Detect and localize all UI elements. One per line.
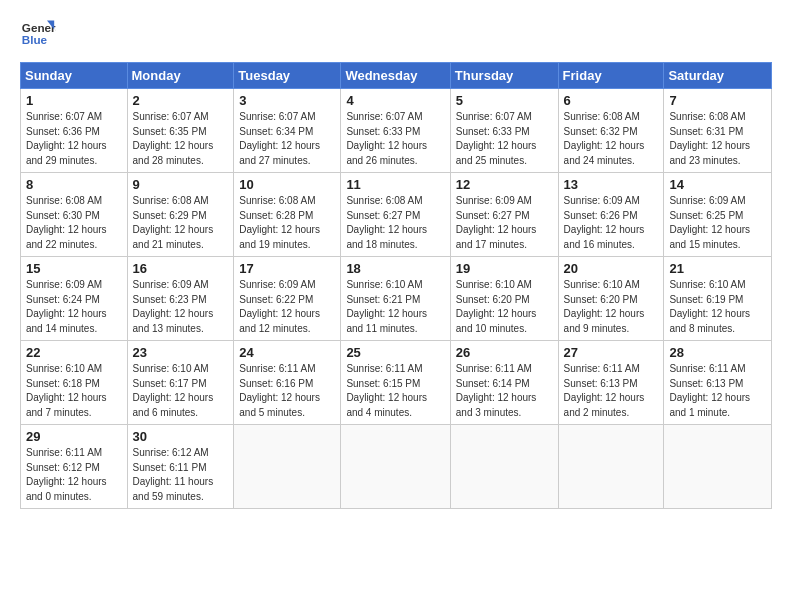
calendar-week-4: 22Sunrise: 6:10 AM Sunset: 6:18 PM Dayli… xyxy=(21,341,772,425)
calendar-cell: 27Sunrise: 6:11 AM Sunset: 6:13 PM Dayli… xyxy=(558,341,664,425)
calendar-cell: 23Sunrise: 6:10 AM Sunset: 6:17 PM Dayli… xyxy=(127,341,234,425)
day-number: 11 xyxy=(346,177,444,192)
calendar-cell: 12Sunrise: 6:09 AM Sunset: 6:27 PM Dayli… xyxy=(450,173,558,257)
day-number: 12 xyxy=(456,177,553,192)
day-number: 13 xyxy=(564,177,659,192)
calendar-cell: 13Sunrise: 6:09 AM Sunset: 6:26 PM Dayli… xyxy=(558,173,664,257)
day-number: 22 xyxy=(26,345,122,360)
day-number: 5 xyxy=(456,93,553,108)
day-info: Sunrise: 6:07 AM Sunset: 6:34 PM Dayligh… xyxy=(239,110,335,168)
calendar-cell: 21Sunrise: 6:10 AM Sunset: 6:19 PM Dayli… xyxy=(664,257,772,341)
day-info: Sunrise: 6:08 AM Sunset: 6:31 PM Dayligh… xyxy=(669,110,766,168)
calendar-cell: 9Sunrise: 6:08 AM Sunset: 6:29 PM Daylig… xyxy=(127,173,234,257)
day-info: Sunrise: 6:09 AM Sunset: 6:22 PM Dayligh… xyxy=(239,278,335,336)
day-info: Sunrise: 6:09 AM Sunset: 6:24 PM Dayligh… xyxy=(26,278,122,336)
day-number: 2 xyxy=(133,93,229,108)
calendar-cell xyxy=(341,425,450,509)
calendar-cell xyxy=(664,425,772,509)
day-info: Sunrise: 6:11 AM Sunset: 6:12 PM Dayligh… xyxy=(26,446,122,504)
day-info: Sunrise: 6:08 AM Sunset: 6:29 PM Dayligh… xyxy=(133,194,229,252)
day-info: Sunrise: 6:08 AM Sunset: 6:27 PM Dayligh… xyxy=(346,194,444,252)
day-number: 27 xyxy=(564,345,659,360)
logo: General Blue xyxy=(20,16,56,52)
day-number: 20 xyxy=(564,261,659,276)
day-number: 17 xyxy=(239,261,335,276)
day-number: 30 xyxy=(133,429,229,444)
day-number: 1 xyxy=(26,93,122,108)
day-info: Sunrise: 6:09 AM Sunset: 6:27 PM Dayligh… xyxy=(456,194,553,252)
calendar-cell: 26Sunrise: 6:11 AM Sunset: 6:14 PM Dayli… xyxy=(450,341,558,425)
day-info: Sunrise: 6:07 AM Sunset: 6:33 PM Dayligh… xyxy=(456,110,553,168)
day-number: 19 xyxy=(456,261,553,276)
calendar-cell: 29Sunrise: 6:11 AM Sunset: 6:12 PM Dayli… xyxy=(21,425,128,509)
calendar-cell xyxy=(558,425,664,509)
calendar-cell: 18Sunrise: 6:10 AM Sunset: 6:21 PM Dayli… xyxy=(341,257,450,341)
calendar-header-tuesday: Tuesday xyxy=(234,63,341,89)
day-info: Sunrise: 6:09 AM Sunset: 6:26 PM Dayligh… xyxy=(564,194,659,252)
day-number: 14 xyxy=(669,177,766,192)
day-number: 16 xyxy=(133,261,229,276)
calendar-cell: 19Sunrise: 6:10 AM Sunset: 6:20 PM Dayli… xyxy=(450,257,558,341)
calendar-cell: 24Sunrise: 6:11 AM Sunset: 6:16 PM Dayli… xyxy=(234,341,341,425)
day-number: 7 xyxy=(669,93,766,108)
calendar-cell: 4Sunrise: 6:07 AM Sunset: 6:33 PM Daylig… xyxy=(341,89,450,173)
day-number: 15 xyxy=(26,261,122,276)
calendar-cell xyxy=(450,425,558,509)
calendar-cell: 10Sunrise: 6:08 AM Sunset: 6:28 PM Dayli… xyxy=(234,173,341,257)
calendar-header-thursday: Thursday xyxy=(450,63,558,89)
calendar-cell: 2Sunrise: 6:07 AM Sunset: 6:35 PM Daylig… xyxy=(127,89,234,173)
calendar-header-wednesday: Wednesday xyxy=(341,63,450,89)
calendar-cell: 17Sunrise: 6:09 AM Sunset: 6:22 PM Dayli… xyxy=(234,257,341,341)
calendar-table: SundayMondayTuesdayWednesdayThursdayFrid… xyxy=(20,62,772,509)
calendar-cell: 11Sunrise: 6:08 AM Sunset: 6:27 PM Dayli… xyxy=(341,173,450,257)
calendar-header-saturday: Saturday xyxy=(664,63,772,89)
logo-icon: General Blue xyxy=(20,16,56,52)
calendar-cell: 3Sunrise: 6:07 AM Sunset: 6:34 PM Daylig… xyxy=(234,89,341,173)
calendar-cell: 25Sunrise: 6:11 AM Sunset: 6:15 PM Dayli… xyxy=(341,341,450,425)
calendar-cell: 5Sunrise: 6:07 AM Sunset: 6:33 PM Daylig… xyxy=(450,89,558,173)
day-info: Sunrise: 6:08 AM Sunset: 6:32 PM Dayligh… xyxy=(564,110,659,168)
header: General Blue xyxy=(20,16,772,52)
day-number: 9 xyxy=(133,177,229,192)
calendar-cell: 6Sunrise: 6:08 AM Sunset: 6:32 PM Daylig… xyxy=(558,89,664,173)
calendar-header-sunday: Sunday xyxy=(21,63,128,89)
day-info: Sunrise: 6:08 AM Sunset: 6:30 PM Dayligh… xyxy=(26,194,122,252)
calendar-header-friday: Friday xyxy=(558,63,664,89)
day-number: 28 xyxy=(669,345,766,360)
day-info: Sunrise: 6:11 AM Sunset: 6:15 PM Dayligh… xyxy=(346,362,444,420)
calendar-week-1: 1Sunrise: 6:07 AM Sunset: 6:36 PM Daylig… xyxy=(21,89,772,173)
calendar-cell: 30Sunrise: 6:12 AM Sunset: 6:11 PM Dayli… xyxy=(127,425,234,509)
day-number: 21 xyxy=(669,261,766,276)
calendar-week-3: 15Sunrise: 6:09 AM Sunset: 6:24 PM Dayli… xyxy=(21,257,772,341)
day-info: Sunrise: 6:10 AM Sunset: 6:21 PM Dayligh… xyxy=(346,278,444,336)
day-info: Sunrise: 6:10 AM Sunset: 6:20 PM Dayligh… xyxy=(456,278,553,336)
svg-text:Blue: Blue xyxy=(22,33,48,46)
day-info: Sunrise: 6:11 AM Sunset: 6:14 PM Dayligh… xyxy=(456,362,553,420)
page-container: General Blue SundayMondayTuesdayWednesda… xyxy=(0,0,792,519)
day-info: Sunrise: 6:11 AM Sunset: 6:13 PM Dayligh… xyxy=(564,362,659,420)
calendar-cell: 20Sunrise: 6:10 AM Sunset: 6:20 PM Dayli… xyxy=(558,257,664,341)
day-number: 23 xyxy=(133,345,229,360)
calendar-header-monday: Monday xyxy=(127,63,234,89)
day-info: Sunrise: 6:07 AM Sunset: 6:33 PM Dayligh… xyxy=(346,110,444,168)
calendar-cell: 22Sunrise: 6:10 AM Sunset: 6:18 PM Dayli… xyxy=(21,341,128,425)
calendar-week-5: 29Sunrise: 6:11 AM Sunset: 6:12 PM Dayli… xyxy=(21,425,772,509)
day-number: 26 xyxy=(456,345,553,360)
day-number: 4 xyxy=(346,93,444,108)
day-number: 6 xyxy=(564,93,659,108)
day-number: 29 xyxy=(26,429,122,444)
calendar-cell: 14Sunrise: 6:09 AM Sunset: 6:25 PM Dayli… xyxy=(664,173,772,257)
day-info: Sunrise: 6:10 AM Sunset: 6:19 PM Dayligh… xyxy=(669,278,766,336)
calendar-cell: 8Sunrise: 6:08 AM Sunset: 6:30 PM Daylig… xyxy=(21,173,128,257)
calendar-cell xyxy=(234,425,341,509)
day-info: Sunrise: 6:10 AM Sunset: 6:20 PM Dayligh… xyxy=(564,278,659,336)
calendar-cell: 1Sunrise: 6:07 AM Sunset: 6:36 PM Daylig… xyxy=(21,89,128,173)
calendar-cell: 7Sunrise: 6:08 AM Sunset: 6:31 PM Daylig… xyxy=(664,89,772,173)
day-number: 3 xyxy=(239,93,335,108)
calendar-week-2: 8Sunrise: 6:08 AM Sunset: 6:30 PM Daylig… xyxy=(21,173,772,257)
day-number: 8 xyxy=(26,177,122,192)
day-info: Sunrise: 6:11 AM Sunset: 6:13 PM Dayligh… xyxy=(669,362,766,420)
calendar-cell: 15Sunrise: 6:09 AM Sunset: 6:24 PM Dayli… xyxy=(21,257,128,341)
day-info: Sunrise: 6:10 AM Sunset: 6:17 PM Dayligh… xyxy=(133,362,229,420)
day-number: 25 xyxy=(346,345,444,360)
